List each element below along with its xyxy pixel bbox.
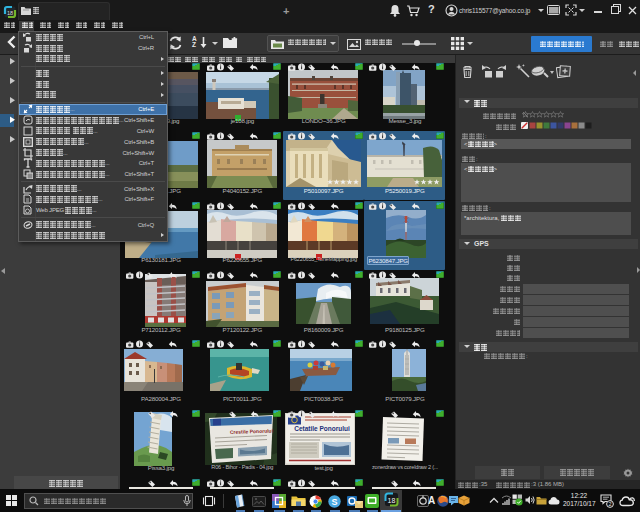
svg-text:S: S — [331, 497, 337, 507]
svg-text:Cetatile Ponorului: Cetatile Ponorului — [294, 424, 350, 431]
svg-text:2: 2 — [608, 501, 611, 507]
svg-text:18: 18 — [7, 9, 13, 15]
svg-text:18: 18 — [388, 497, 396, 504]
